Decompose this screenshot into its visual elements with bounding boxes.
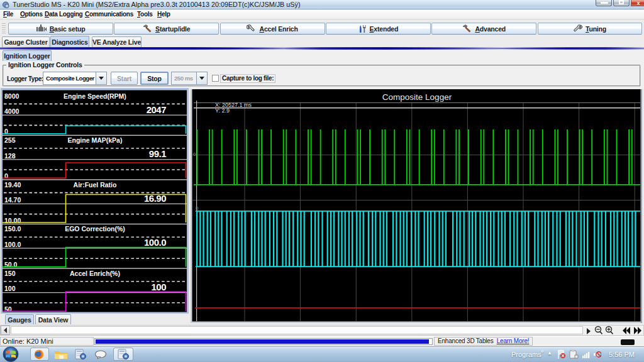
svg-text:0: 0 bbox=[193, 151, 196, 157]
svg-text:Composite Logger: Composite Logger bbox=[382, 92, 452, 102]
svg-text:0: 0 bbox=[196, 206, 199, 211]
svg-text:Y: 2.9: Y: 2.9 bbox=[215, 107, 230, 114]
